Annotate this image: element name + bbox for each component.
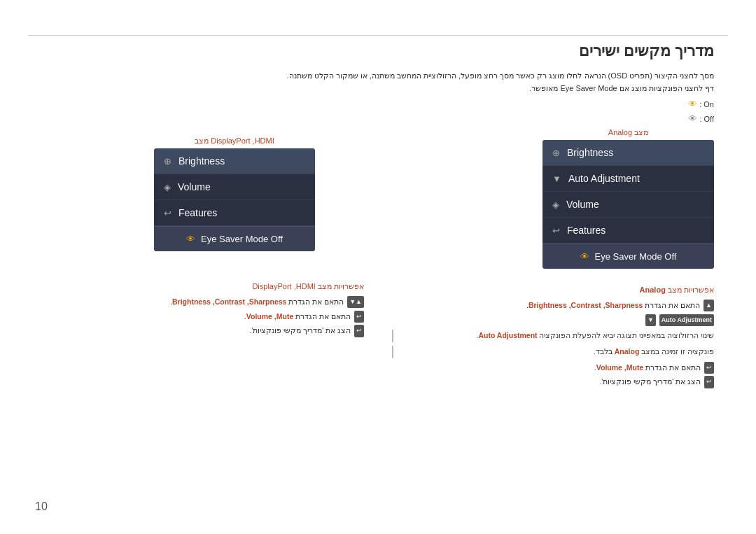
left-bullet-icon-2: ↩ — [354, 311, 364, 323]
right-menu-box: ⊕ Brightness ▼ Auto Adjustment ◈ Volume … — [542, 140, 714, 269]
left-menu-label: מצב DisplayPort ,HDMI — [154, 136, 315, 146]
right-menu-item-features[interactable]: ↩ Features — [542, 218, 714, 244]
top-divider — [28, 35, 728, 36]
features-icon-left: ↩ — [164, 208, 172, 218]
left-bullet-text-2: התאם את הגדרת Volume ,Mute. — [244, 311, 351, 323]
right-note-1: שינוי הרזולוציה במאפייני תצוגה יביא להפע… — [392, 330, 714, 342]
right-bullet-icon-3: ↩ — [704, 362, 714, 374]
left-menu-eye-saver-label: Eye Saver Mode Off — [201, 234, 283, 244]
right-desc-bullet-1: ▲ התאם את הגדרת Brightness ,Contrast ,Sh… — [392, 300, 714, 312]
right-descriptions: אפשרויות מצב Analog ▲ התאם את הגדרת Brig… — [392, 283, 714, 391]
right-menu-container: מצב Analog ⊕ Brightness ▼ Auto Adjustmen… — [542, 128, 714, 269]
right-desc-bullet-4: ↩ הצג את 'מדריך מקשי פונקציות'. — [392, 376, 714, 388]
right-bullet-text-1: התאם את הגדרת Brightness ,Contrast ,Shar… — [526, 300, 700, 312]
left-menu-container: מצב DisplayPort ,HDMI ⊕ Brightness ◈ Vol… — [154, 136, 315, 251]
left-desc-bullet-3: ↩ הצג את 'מדריך מקשי פונקציות'. — [28, 325, 364, 337]
eye-saver-icon-left: 👁 — [186, 234, 195, 244]
left-desc-title: אפשרויות מצב DisplayPort ,HDMI — [28, 280, 364, 293]
right-menu-item-auto-adj[interactable]: ▼ Auto Adjustment — [542, 166, 714, 192]
right-menu-volume-label: Volume — [566, 199, 599, 210]
left-menu-volume-label: Volume — [178, 181, 211, 192]
left-menu-box: ⊕ Brightness ◈ Volume ↩ Features 👁 Eye S… — [154, 148, 315, 251]
brightness-icon-left: ⊕ — [164, 156, 172, 167]
volume-icon-left: ◈ — [164, 182, 171, 192]
header-description: מסך לחצני הקיצור (תפריט OSD) הנראה לחלו … — [287, 70, 714, 127]
right-note-2: פונקציה זו זמינה במצב Analog בלבד. — [392, 346, 714, 358]
right-menu-item-volume[interactable]: ◈ Volume — [542, 192, 714, 218]
left-desc-bullet-2: ↩ התאם את הגדרת Volume ,Mute. — [28, 311, 364, 323]
right-desc-bullet-2: Auto Adjustment ▼ — [392, 314, 714, 326]
page-title: מדריך מקשים ישירים — [579, 42, 714, 60]
left-menu-item-volume[interactable]: ◈ Volume — [154, 174, 315, 200]
left-menu-item-brightness[interactable]: ⊕ Brightness — [154, 148, 315, 174]
right-menu-features-label: Features — [567, 225, 606, 236]
left-bullet-icon-3: ↩ — [354, 325, 364, 337]
right-menu-item-brightness[interactable]: ⊕ Brightness — [542, 140, 714, 166]
right-bullet-icon-1: ▲ — [704, 300, 714, 311]
right-bullet-icon-2: Auto Adjustment — [659, 314, 714, 326]
header-line1: מסך לחצני הקיצור (תפריט OSD) הנראה לחלו … — [287, 70, 714, 83]
header-line2: דף לחצני הפונקציות מוצג אם Eye Saver Mod… — [287, 83, 714, 95]
left-bullet-text-1: התאם את הגדרת Brightness ,Contrast ,Shar… — [170, 296, 344, 309]
features-icon-right: ↩ — [552, 225, 560, 236]
auto-adj-icon-right: ▼ — [552, 174, 561, 184]
left-desc-bullet-1: ▲▼ התאם את הגדרת Brightness ,Contrast ,S… — [28, 296, 364, 309]
right-menu-brightness-label: Brightness — [567, 147, 613, 158]
right-menu-auto-adj-label: Auto Adjustment — [568, 173, 640, 184]
left-bullet-icon-1: ▲▼ — [347, 296, 364, 308]
left-menu-brightness-label: Brightness — [178, 155, 225, 167]
left-menu-item-features[interactable]: ↩ Features — [154, 200, 315, 226]
eye-saver-icon-right: 👁 — [580, 251, 589, 262]
right-bullet-text-4: הצג את 'מדריך מקשי פונקציות'. — [599, 376, 701, 388]
right-desc-bullet-3: ↩ התאם את הגדרת Volume ,Mute. — [392, 362, 714, 374]
left-bullet-text-3: הצג את 'מדריך מקשי פונקציות'. — [249, 325, 351, 337]
volume-icon-right: ◈ — [552, 199, 559, 210]
right-menu-eye-saver-label: Eye Saver Mode Off — [595, 251, 677, 262]
eye-off-icon: 👁 — [688, 113, 697, 124]
right-bullet-text-3: התאם את הגדרת Volume ,Mute. — [594, 362, 701, 374]
page-number: 10 — [35, 500, 48, 513]
on-label: On : — [699, 100, 714, 108]
left-menu-features-label: Features — [178, 207, 217, 218]
right-menu-label: מצב Analog — [542, 128, 714, 137]
eye-on-icon: 👁 — [688, 99, 697, 109]
right-desc-title: אפשרויות מצב Analog — [392, 283, 714, 297]
right-bullet-icon-4: ↩ — [704, 376, 714, 388]
off-label: Off : — [699, 115, 714, 123]
brightness-icon-right: ⊕ — [552, 148, 560, 158]
left-menu-item-eye-saver[interactable]: 👁 Eye Saver Mode Off — [154, 226, 315, 251]
right-menu-item-eye-saver[interactable]: 👁 Eye Saver Mode Off — [542, 244, 714, 269]
right-bullet-icon-2b: ▼ — [645, 314, 656, 326]
left-descriptions: אפשרויות מצב DisplayPort ,HDMI ▲▼ התאם א… — [28, 280, 364, 339]
